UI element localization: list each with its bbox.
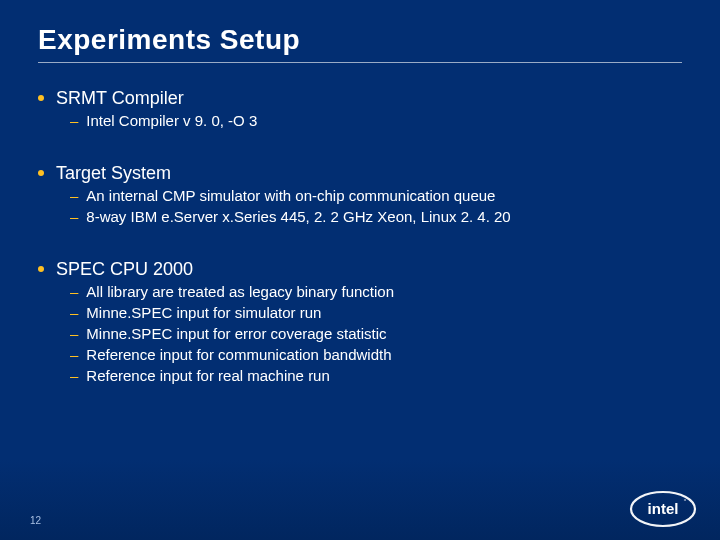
dash-icon: –: [70, 345, 78, 364]
dash-icon: –: [70, 324, 78, 343]
slide: Experiments Setup SRMT Compiler – Intel …: [0, 0, 720, 540]
bullet-label: Target System: [56, 162, 171, 184]
sub-bullet-text: Reference input for communication bandwi…: [86, 345, 391, 364]
page-number: 12: [30, 515, 41, 526]
sub-bullet: – Minne.SPEC input for simulator run: [70, 303, 682, 322]
dash-icon: –: [70, 186, 78, 205]
bullet-dot-icon: [38, 95, 44, 101]
bullet-srmt-compiler: SRMT Compiler: [38, 87, 682, 109]
page-title: Experiments Setup: [38, 24, 682, 63]
bullet-label: SPEC CPU 2000: [56, 258, 193, 280]
sub-bullet: – Reference input for real machine run: [70, 366, 682, 385]
sub-bullet-text: Reference input for real machine run: [86, 366, 329, 385]
dash-icon: –: [70, 207, 78, 226]
dash-icon: –: [70, 303, 78, 322]
bullet-dot-icon: [38, 266, 44, 272]
sub-bullet: – 8-way IBM e.Server x.Series 445, 2. 2 …: [70, 207, 682, 226]
svg-text:R: R: [684, 499, 687, 503]
dash-icon: –: [70, 282, 78, 301]
sub-bullet: – Intel Compiler v 9. 0, -O 3: [70, 111, 682, 130]
intel-logo-icon: intel R: [628, 488, 698, 530]
content: SRMT Compiler – Intel Compiler v 9. 0, -…: [38, 87, 682, 385]
sub-bullet: – An internal CMP simulator with on-chip…: [70, 186, 682, 205]
sub-bullet-text: Minne.SPEC input for simulator run: [86, 303, 321, 322]
sub-bullet-text: All library are treated as legacy binary…: [86, 282, 394, 301]
sub-bullet-text: 8-way IBM e.Server x.Series 445, 2. 2 GH…: [86, 207, 510, 226]
sub-bullet: – Reference input for communication band…: [70, 345, 682, 364]
bullet-target-system: Target System: [38, 162, 682, 184]
sub-bullet-text: Intel Compiler v 9. 0, -O 3: [86, 111, 257, 130]
sub-bullet: – Minne.SPEC input for error coverage st…: [70, 324, 682, 343]
bullet-label: SRMT Compiler: [56, 87, 184, 109]
dash-icon: –: [70, 111, 78, 130]
dash-icon: –: [70, 366, 78, 385]
bullet-dot-icon: [38, 170, 44, 176]
sub-bullet-text: Minne.SPEC input for error coverage stat…: [86, 324, 386, 343]
intel-logo-text: intel: [648, 500, 679, 517]
sub-bullet: – All library are treated as legacy bina…: [70, 282, 682, 301]
bullet-spec-cpu2000: SPEC CPU 2000: [38, 258, 682, 280]
sub-bullet-text: An internal CMP simulator with on-chip c…: [86, 186, 495, 205]
